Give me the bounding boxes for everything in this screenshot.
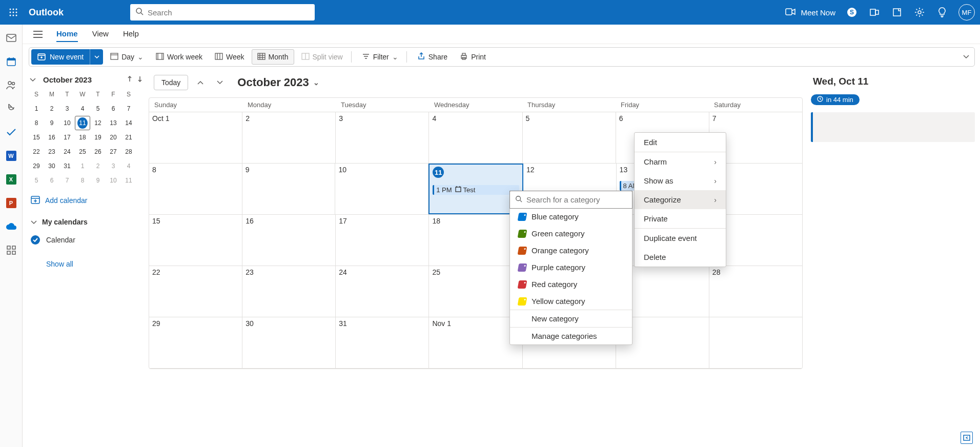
ctx-delete[interactable]: Delete xyxy=(635,248,726,267)
mini-cal-day[interactable]: 20 xyxy=(106,130,121,145)
day-cell[interactable]: 16 xyxy=(242,215,336,266)
mini-cal-day[interactable]: 1 xyxy=(29,101,44,116)
mini-cal-prev-icon[interactable] xyxy=(127,75,132,84)
day-cell[interactable]: 25 xyxy=(429,266,522,317)
mini-cal-day[interactable]: 2 xyxy=(44,101,59,116)
next-month-icon[interactable] xyxy=(213,75,227,90)
ctx-duplicate-event[interactable]: Duplicate event xyxy=(635,229,726,248)
mini-cal-day[interactable]: 3 xyxy=(59,101,75,116)
share-button[interactable]: Share xyxy=(412,49,453,65)
mini-cal-month-label[interactable]: October 2023 xyxy=(43,75,122,84)
day-cell[interactable]: 2 xyxy=(242,112,336,163)
day-cell[interactable]: Nov 1 xyxy=(429,317,522,368)
mini-cal-day[interactable]: 29 xyxy=(29,159,44,173)
view-month-button[interactable]: Month xyxy=(252,49,294,65)
account-avatar[interactable]: MF xyxy=(958,4,975,21)
mini-cal-day[interactable]: 26 xyxy=(90,145,106,159)
mini-cal-day[interactable]: 30 xyxy=(44,159,59,173)
mini-cal-day[interactable]: 9 xyxy=(90,173,106,188)
day-cell[interactable]: 3 xyxy=(336,112,429,163)
mini-cal-day[interactable]: 16 xyxy=(44,130,59,145)
teams-icon[interactable] xyxy=(868,6,881,18)
day-cell[interactable]: 10 xyxy=(335,164,428,214)
mini-cal-day[interactable]: 21 xyxy=(121,130,136,145)
app-launcher-icon[interactable] xyxy=(5,4,22,21)
mail-icon[interactable] xyxy=(5,32,17,44)
settings-icon[interactable] xyxy=(913,6,926,18)
calendar-checkbox-icon[interactable] xyxy=(31,235,40,245)
calendar-list-item[interactable]: Calendar xyxy=(29,231,144,249)
ctx-charm[interactable]: Charm› xyxy=(635,152,726,171)
calendar-icon[interactable] xyxy=(5,55,17,68)
app-brand[interactable]: Outlook xyxy=(29,7,64,18)
category-search[interactable] xyxy=(509,191,632,209)
mini-cal-day[interactable]: 23 xyxy=(44,145,59,159)
day-cell[interactable]: 28 xyxy=(709,266,802,317)
filter-button[interactable]: Filter⌄ xyxy=(357,49,403,65)
ctx-private[interactable]: Private xyxy=(635,209,726,228)
mini-cal-day[interactable]: 27 xyxy=(106,145,121,159)
mini-cal-day[interactable]: 3 xyxy=(106,159,121,173)
mini-cal-day[interactable]: 18 xyxy=(75,130,90,145)
mini-cal-next-icon[interactable] xyxy=(137,75,142,84)
mini-cal-day[interactable]: 17 xyxy=(59,130,75,145)
category-yellow-category[interactable]: Yellow category xyxy=(510,293,632,310)
notes-icon[interactable] xyxy=(891,6,903,18)
mini-cal-day[interactable]: 28 xyxy=(121,145,136,159)
mini-cal-collapse-icon[interactable] xyxy=(30,75,36,84)
my-calendars-header[interactable]: My calendars xyxy=(29,213,144,231)
mini-cal-day[interactable]: 9 xyxy=(44,116,59,130)
day-cell[interactable]: 17 xyxy=(336,215,429,266)
agenda-event-card[interactable] xyxy=(811,112,975,142)
category-blue-category[interactable]: Blue category xyxy=(510,208,632,225)
mini-cal-day[interactable]: 11 xyxy=(121,173,136,188)
mini-cal-day[interactable]: 7 xyxy=(59,173,75,188)
tab-help[interactable]: Help xyxy=(123,26,139,42)
mini-cal-day[interactable]: 4 xyxy=(121,159,136,173)
category-orange-category[interactable]: Orange category xyxy=(510,242,632,259)
mini-cal-day[interactable]: 31 xyxy=(59,159,75,173)
category-red-category[interactable]: Red category xyxy=(510,276,632,293)
mini-cal-day[interactable]: 8 xyxy=(29,116,44,130)
search-input[interactable] xyxy=(148,8,310,17)
day-cell[interactable]: 24 xyxy=(336,266,429,317)
category-search-input[interactable] xyxy=(526,195,627,204)
skype-icon[interactable]: S xyxy=(846,6,858,18)
today-button[interactable]: Today xyxy=(154,75,188,90)
meet-now-button[interactable]: Meet Now xyxy=(785,8,835,17)
nav-toggle-icon[interactable] xyxy=(30,26,46,43)
mini-cal-day[interactable]: 11 xyxy=(75,116,90,130)
todo-icon[interactable] xyxy=(5,126,17,138)
tips-icon[interactable] xyxy=(936,6,948,18)
mini-cal-day[interactable]: 10 xyxy=(59,116,75,130)
category-purple-category[interactable]: Purple category xyxy=(510,259,632,276)
mini-cal-day[interactable]: 6 xyxy=(44,173,59,188)
print-button[interactable]: Print xyxy=(455,49,491,65)
day-cell[interactable]: Oct 1 xyxy=(149,112,242,163)
day-cell[interactable] xyxy=(709,317,802,368)
show-all-calendars[interactable]: Show all xyxy=(29,249,144,268)
day-cell[interactable]: 9 xyxy=(242,164,336,214)
ctx-categorize[interactable]: Categorize› xyxy=(635,190,726,209)
day-cell[interactable]: 5 xyxy=(523,112,616,163)
view-workweek-button[interactable]: Work week xyxy=(151,49,208,65)
view-day-button[interactable]: Day⌄ xyxy=(105,49,149,65)
day-cell[interactable]: 23 xyxy=(242,266,336,317)
mini-cal-day[interactable]: 13 xyxy=(106,116,121,130)
mini-cal-day[interactable]: 5 xyxy=(90,101,106,116)
mini-cal-day[interactable]: 8 xyxy=(75,173,90,188)
day-cell[interactable]: 29 xyxy=(149,317,242,368)
mini-cal-day[interactable]: 15 xyxy=(29,130,44,145)
powerpoint-icon[interactable]: P xyxy=(5,197,17,209)
mini-cal-day[interactable]: 4 xyxy=(75,101,90,116)
excel-icon[interactable]: X xyxy=(5,173,17,186)
new-event-dropdown[interactable] xyxy=(90,49,103,65)
day-cell[interactable]: 15 xyxy=(149,215,242,266)
countdown-pill[interactable]: in 44 min xyxy=(811,94,860,105)
mini-cal-day[interactable]: 1 xyxy=(75,159,90,173)
files-icon[interactable] xyxy=(5,103,17,115)
mini-cal-day[interactable]: 25 xyxy=(75,145,90,159)
ctx-edit[interactable]: Edit xyxy=(635,133,726,152)
mini-cal-day[interactable]: 19 xyxy=(90,130,106,145)
dock-pane-icon[interactable] xyxy=(961,432,973,444)
